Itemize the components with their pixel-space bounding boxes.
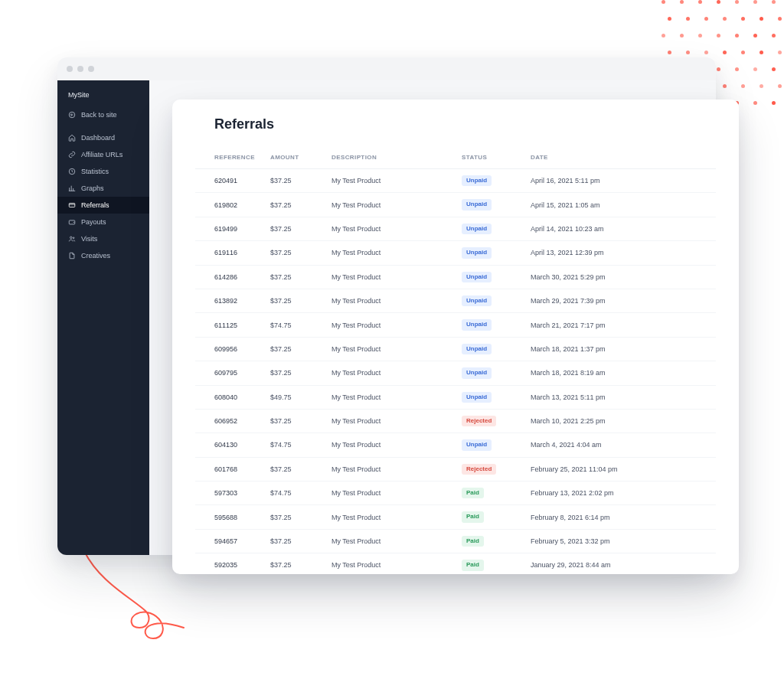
sidebar-item-label: Visits — [81, 235, 97, 243]
cell-status: Paid — [456, 482, 524, 505]
cell-description: My Test Product — [325, 289, 456, 312]
sidebar-item-label: Graphs — [81, 184, 104, 192]
cell-status: Unpaid — [456, 265, 524, 289]
cell-reference: 619499 — [195, 217, 264, 240]
sidebar-item-graphs[interactable]: Graphs — [57, 180, 149, 197]
cell-reference: 614286 — [195, 265, 264, 289]
cell-reference: 594657 — [195, 529, 264, 553]
cell-description: My Test Product — [325, 217, 456, 240]
cell-status: Rejected — [456, 409, 524, 433]
cell-status: Unpaid — [456, 289, 524, 312]
sidebar-item-statistics[interactable]: Statistics — [57, 163, 149, 180]
table-row[interactable]: 594657$37.25My Test ProductPaidFebruary … — [195, 529, 716, 553]
cell-reference: 595688 — [195, 505, 264, 529]
cell-status: Paid — [456, 505, 524, 529]
sidebar-item-dashboard[interactable]: Dashboard — [57, 129, 149, 146]
cell-reference: 608040 — [195, 385, 264, 409]
svg-point-4 — [70, 237, 73, 239]
cell-date: February 13, 2021 2:02 pm — [524, 482, 716, 505]
col-status[interactable]: Status — [456, 146, 524, 169]
link-icon — [68, 151, 76, 158]
sidebar-item-visits[interactable]: Visits — [57, 230, 149, 247]
cell-description: My Test Product — [325, 482, 456, 505]
table-row[interactable]: 606952$37.25My Test ProductRejectedMarch… — [195, 409, 716, 433]
sidebar-item-label: Payouts — [81, 218, 106, 226]
cell-status: Unpaid — [456, 433, 524, 457]
cell-status: Unpaid — [456, 313, 524, 337]
col-reference[interactable]: Reference — [195, 146, 264, 169]
table-row[interactable]: 592035$37.25My Test ProductPaidJanuary 2… — [195, 553, 716, 574]
table-row[interactable]: 597303$74.75My Test ProductPaidFebruary … — [195, 482, 716, 505]
cell-description: My Test Product — [325, 457, 456, 481]
cell-date: February 25, 2021 11:04 pm — [524, 457, 716, 481]
chart-icon — [68, 184, 76, 192]
col-amount[interactable]: Amount — [264, 146, 325, 169]
sidebar-item-referrals[interactable]: Referrals — [57, 197, 149, 214]
table-row[interactable]: 619499$37.25My Test ProductUnpaidApril 1… — [195, 217, 716, 240]
content-card: Referrals Reference Amount Description S… — [172, 100, 739, 574]
status-badge: Unpaid — [462, 319, 492, 330]
cell-reference: 609795 — [195, 361, 264, 385]
cell-reference: 597303 — [195, 482, 264, 505]
cell-status: Unpaid — [456, 241, 524, 265]
cell-description: My Test Product — [325, 337, 456, 361]
sidebar: MySite Back to site DashboardAffiliate U… — [57, 80, 149, 555]
cell-description: My Test Product — [325, 505, 456, 529]
cell-description: My Test Product — [325, 553, 456, 574]
cell-amount: $74.75 — [264, 482, 325, 505]
col-description[interactable]: Description — [325, 146, 456, 169]
col-date[interactable]: Date — [524, 146, 716, 169]
table-row[interactable]: 620491$37.25My Test ProductUnpaidApril 1… — [195, 169, 716, 193]
table-row[interactable]: 619802$37.25My Test ProductUnpaidApril 1… — [195, 193, 716, 217]
cell-status: Unpaid — [456, 385, 524, 409]
cell-description: My Test Product — [325, 241, 456, 265]
status-badge: Unpaid — [462, 175, 492, 186]
sidebar-item-payouts[interactable]: Payouts — [57, 214, 149, 230]
cell-reference: 604130 — [195, 433, 264, 457]
cell-reference: 613892 — [195, 289, 264, 312]
card-icon — [68, 201, 76, 209]
site-name: MySite — [57, 88, 149, 106]
cell-reference: 611125 — [195, 313, 264, 337]
table-row[interactable]: 608040$49.75My Test ProductUnpaidMarch 1… — [195, 385, 716, 409]
cell-amount: $49.75 — [264, 385, 325, 409]
cell-status: Paid — [456, 553, 524, 574]
status-badge: Unpaid — [462, 272, 492, 282]
file-icon — [68, 252, 76, 260]
window-control-maximize[interactable] — [88, 66, 94, 72]
cell-reference: 601768 — [195, 457, 264, 481]
table-row[interactable]: 611125$74.75My Test ProductUnpaidMarch 2… — [195, 313, 716, 337]
cell-status: Paid — [456, 529, 524, 553]
home-icon — [68, 134, 76, 142]
table-row[interactable]: 614286$37.25My Test ProductUnpaidMarch 3… — [195, 265, 716, 289]
status-badge: Paid — [462, 488, 484, 498]
cell-description: My Test Product — [325, 193, 456, 217]
table-row[interactable]: 595688$37.25My Test ProductPaidFebruary … — [195, 505, 716, 529]
table-row[interactable]: 613892$37.25My Test ProductUnpaidMarch 2… — [195, 289, 716, 312]
table-row[interactable]: 609795$37.25My Test ProductUnpaidMarch 1… — [195, 361, 716, 385]
cell-date: March 30, 2021 5:29 pm — [524, 265, 716, 289]
cell-date: April 14, 2021 10:23 am — [524, 217, 716, 240]
table-row[interactable]: 619116$37.25My Test ProductUnpaidApril 1… — [195, 241, 716, 265]
cell-date: April 15, 2021 1:05 am — [524, 193, 716, 217]
table-row[interactable]: 601768$37.25My Test ProductRejectedFebru… — [195, 457, 716, 481]
back-to-site-link[interactable]: Back to site — [57, 106, 149, 123]
referrals-table: Reference Amount Description Status Date… — [195, 146, 716, 574]
sidebar-item-creatives[interactable]: Creatives — [57, 247, 149, 264]
table-row[interactable]: 604130$74.75My Test ProductUnpaidMarch 4… — [195, 433, 716, 457]
status-badge: Unpaid — [462, 344, 492, 354]
cell-description: My Test Product — [325, 361, 456, 385]
sidebar-item-affiliate-urls[interactable]: Affiliate URLs — [57, 146, 149, 163]
window-control-close[interactable] — [67, 66, 73, 72]
window-control-minimize[interactable] — [77, 66, 83, 72]
sidebar-item-label: Dashboard — [81, 134, 115, 142]
cell-reference: 609956 — [195, 337, 264, 361]
arrow-left-icon — [68, 111, 76, 119]
cell-status: Unpaid — [456, 337, 524, 361]
cell-date: February 8, 2021 6:14 pm — [524, 505, 716, 529]
cell-amount: $37.25 — [264, 553, 325, 574]
clock-icon — [68, 168, 76, 175]
sidebar-item-label: Statistics — [81, 168, 109, 175]
table-row[interactable]: 609956$37.25My Test ProductUnpaidMarch 1… — [195, 337, 716, 361]
cell-date: January 29, 2021 8:44 am — [524, 553, 716, 574]
